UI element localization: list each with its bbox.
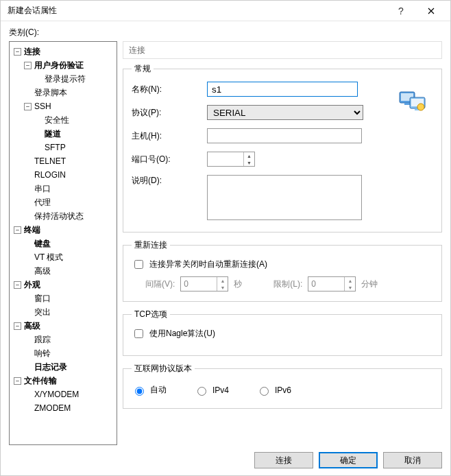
tree-ssh[interactable]: SSH: [34, 102, 51, 111]
tree-sftp[interactable]: SFTP: [45, 143, 66, 152]
auto-reconnect-checkbox[interactable]: [134, 260, 143, 269]
svg-rect-2: [404, 103, 410, 105]
tree-logging[interactable]: 日志记录: [34, 361, 67, 373]
desc-textarea[interactable]: [207, 175, 362, 220]
tree-toggle[interactable]: −: [14, 281, 21, 289]
tree-toggle[interactable]: −: [24, 103, 32, 110]
tree-trace[interactable]: 跟踪: [34, 334, 51, 346]
spinner-up-icon: ▲: [217, 277, 228, 284]
spinner-up-icon: ▲: [345, 277, 355, 284]
close-button[interactable]: [416, 1, 446, 21]
limit-unit: 分钟: [361, 278, 378, 290]
spinner-down-icon: ▼: [217, 284, 228, 291]
general-group: 常规 名称(N):: [123, 63, 442, 233]
ipver-ipv6[interactable]: IPv6: [256, 385, 291, 396]
tree-window[interactable]: 窗口: [34, 293, 51, 305]
tree-keepalive[interactable]: 保持活动状态: [34, 211, 84, 222]
category-label: 类别(C):: [9, 27, 442, 38]
tcp-legend: TCP选项: [132, 309, 170, 320]
tree-login-prompt[interactable]: 登录提示符: [45, 73, 86, 85]
cancel-button[interactable]: 取消: [383, 452, 442, 468]
interval-label: 间隔(V):: [145, 278, 175, 290]
desc-label: 说明(D):: [132, 175, 207, 187]
host-input[interactable]: [207, 128, 362, 143]
ok-button[interactable]: 确定: [319, 452, 378, 468]
limit-spinner: 0 ▲▼: [308, 276, 356, 291]
limit-label: 限制(L):: [273, 278, 302, 290]
tree-terminal[interactable]: 终端: [24, 224, 40, 236]
tree-keyboard[interactable]: 键盘: [34, 238, 51, 250]
tree-file-transfer[interactable]: 文件传输: [24, 375, 57, 387]
interval-unit: 秒: [234, 278, 242, 290]
ipver-auto-radio[interactable]: [135, 387, 144, 396]
host-label: 主机(H):: [132, 130, 207, 142]
tcp-group: TCP选项 使用Nagle算法(U): [123, 309, 442, 356]
port-label: 端口号(O):: [132, 154, 207, 165]
ipver-auto[interactable]: 自动: [132, 384, 167, 396]
nagle-label: 使用Nagle算法(U): [149, 328, 215, 340]
ipver-ipv6-radio[interactable]: [260, 387, 269, 396]
tree-tunnel[interactable]: 隧道: [45, 128, 61, 140]
close-icon: [428, 8, 435, 14]
tree-toggle[interactable]: −: [24, 62, 32, 69]
tree-connection[interactable]: 连接: [24, 46, 40, 58]
tree-bell[interactable]: 响铃: [34, 348, 51, 359]
tree-advanced-term[interactable]: 高级: [34, 265, 51, 277]
ipver-group: 互联网协议版本 自动 IPv4 IPv6: [123, 363, 442, 409]
category-tree[interactable]: −连接 −用户身份验证 登录提示符 登录脚本 −SSH 安全性 隧道 SFTP …: [9, 41, 117, 445]
spinner-up-icon[interactable]: ▲: [244, 152, 254, 159]
protocol-label: 协议(P):: [132, 107, 207, 119]
tree-login-script[interactable]: 登录脚本: [34, 87, 67, 99]
ipver-ipv4[interactable]: IPv4: [194, 385, 229, 396]
spinner-down-icon[interactable]: ▼: [244, 159, 254, 166]
tree-advanced[interactable]: 高级: [24, 320, 40, 332]
tree-zmodem[interactable]: ZMODEM: [34, 403, 71, 413]
port-spinner[interactable]: ▲▼: [207, 152, 255, 167]
interval-spinner: 0 ▲▼: [180, 276, 228, 291]
help-button[interactable]: ?: [386, 1, 416, 21]
panel-header: 连接: [123, 41, 442, 59]
tree-telnet[interactable]: TELNET: [34, 156, 66, 166]
tree-user-auth[interactable]: 用户身份验证: [34, 60, 84, 71]
spinner-down-icon: ▼: [345, 284, 355, 291]
tree-toggle[interactable]: −: [14, 377, 21, 385]
name-label: 名称(N):: [132, 84, 207, 95]
tree-xymodem[interactable]: X/YMODEM: [34, 390, 79, 399]
name-input[interactable]: [207, 82, 358, 97]
general-legend: 常规: [132, 63, 154, 75]
svg-point-6: [417, 104, 424, 110]
tree-vt-mode[interactable]: VT 模式: [34, 252, 63, 263]
connect-button[interactable]: 连接: [254, 452, 313, 468]
session-icon: [399, 89, 426, 112]
ipver-legend: 互联网协议版本: [132, 363, 195, 374]
nagle-checkbox[interactable]: [134, 329, 143, 338]
tree-toggle[interactable]: −: [14, 322, 21, 330]
ipver-ipv4-radio[interactable]: [197, 387, 206, 396]
tree-highlight[interactable]: 突出: [34, 307, 51, 318]
tree-rlogin[interactable]: RLOGIN: [34, 170, 66, 180]
tree-proxy[interactable]: 代理: [34, 197, 51, 209]
title-bar: 新建会话属性 ?: [1, 1, 450, 21]
protocol-select[interactable]: SERIAL: [207, 105, 363, 120]
tree-serial[interactable]: 串口: [34, 183, 51, 195]
window-title: 新建会话属性: [8, 5, 386, 16]
auto-reconnect-label: 连接异常关闭时自动重新连接(A): [149, 259, 267, 270]
tree-security[interactable]: 安全性: [45, 115, 69, 126]
reconnect-group: 重新连接 连接异常关闭时自动重新连接(A) 间隔(V): 0 ▲▼ 秒 限制(L…: [123, 239, 442, 302]
reconnect-legend: 重新连接: [132, 239, 170, 251]
tree-toggle[interactable]: −: [14, 48, 21, 56]
tree-toggle[interactable]: −: [14, 226, 21, 234]
tree-appearance[interactable]: 外观: [24, 279, 40, 291]
